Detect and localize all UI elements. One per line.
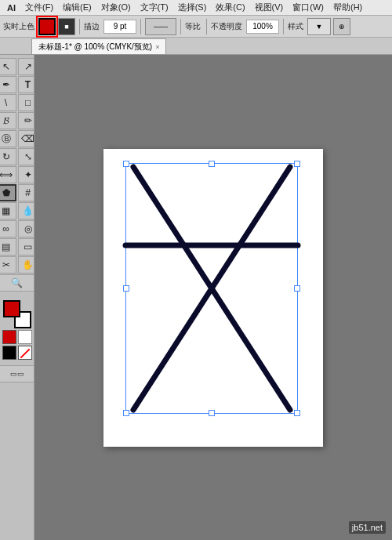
menu-type[interactable]: 文字(T) [136, 1, 172, 14]
tool-group-line: \ □ [0, 94, 34, 111]
hand-tool[interactable]: ✋ [18, 256, 35, 274]
tool-group-paint: 𝓑 ✏ [0, 112, 34, 129]
opacity-label: 不透明度 [211, 21, 242, 32]
tool-group-eraser: Ⓑ ⌫ [0, 130, 34, 147]
toolbar-sep4 [206, 19, 207, 34]
menu-window[interactable]: 窗口(W) [289, 1, 328, 14]
type-tool[interactable]: T [18, 76, 35, 93]
artboard-tool[interactable]: ▭ [18, 238, 35, 256]
gradient-tool[interactable]: ▦ [0, 202, 16, 219]
toolbar-sep3 [180, 19, 181, 34]
pen-tool[interactable]: ✒ [0, 76, 16, 93]
quick-color-row [2, 330, 32, 344]
puppet-warp-tool[interactable]: ✦ [18, 166, 35, 183]
menu-bar: AI 文件(F) 编辑(E) 对象(O) 文字(T) 选择(S) 效果(C) 视… [0, 0, 392, 16]
left-toolbar: ↖ ↗ ✒ T \ □ 𝓑 ✏ Ⓑ ⌫ ↻ ⤡ ⟺ ✦ ⬟ # [0, 55, 34, 540]
artboard [103, 149, 323, 447]
red-swatch[interactable] [2, 330, 16, 344]
menu-ai[interactable]: AI [3, 2, 20, 13]
live-paint-tool[interactable]: ⬟ [0, 184, 16, 201]
toolbar-stroke-box[interactable]: ■ [58, 18, 75, 35]
tool-group-blend: ∞ ◎ [0, 220, 34, 237]
active-tab[interactable]: 未标题-1* @ 100% (CMYK/预览) × [31, 38, 166, 54]
main-layout: ↖ ↗ ✒ T \ □ 𝓑 ✏ Ⓑ ⌫ ↻ ⤡ ⟺ ✦ ⬟ # [0, 55, 392, 540]
tool-group-live: ⬟ # [0, 184, 34, 201]
canvas-area[interactable]: jb51.net [34, 55, 392, 540]
menu-view[interactable]: 视图(V) [251, 1, 288, 14]
color-swatches [2, 297, 32, 360]
toolbar-dash-btn[interactable]: —— [145, 18, 176, 35]
width-tool[interactable]: ⟺ [0, 166, 16, 183]
line-tool[interactable]: \ [0, 94, 16, 111]
tab-close-btn[interactable]: × [155, 43, 159, 51]
blob-brush-tool[interactable]: Ⓑ [0, 130, 16, 147]
fill-screen-tool[interactable]: ▭▭ [0, 365, 34, 382]
black-swatch[interactable] [2, 346, 16, 360]
eyedropper-tool[interactable]: 💧 [18, 202, 35, 219]
toolbar-sep5 [283, 19, 284, 34]
none-swatch[interactable] [18, 346, 32, 360]
tool-group-gradient: ▦ 💧 [0, 202, 34, 219]
selection-tool[interactable]: ↖ [0, 58, 16, 75]
menu-object[interactable]: 对象(O) [97, 1, 135, 14]
menu-file[interactable]: 文件(F) [21, 1, 57, 14]
fill-color-swatch[interactable] [3, 300, 20, 317]
style-picker[interactable]: ▼ [307, 18, 331, 35]
tab-label: 未标题-1* @ 100% (CMYK/预览) [38, 42, 152, 53]
slice-tool[interactable]: ✂ [0, 256, 16, 274]
toolbar-color-fill[interactable] [38, 18, 56, 35]
opacity-input[interactable] [246, 20, 279, 34]
rotate-tool[interactable]: ↻ [0, 148, 16, 165]
shape-tool[interactable]: □ [18, 94, 35, 111]
menu-edit[interactable]: 编辑(E) [59, 1, 96, 14]
toolbar-extra1[interactable]: ⊕ [333, 18, 350, 35]
paintbrush-tool[interactable]: 𝓑 [0, 112, 16, 129]
blend-tool[interactable]: ∞ [0, 220, 16, 237]
tab-bar: 未标题-1* @ 100% (CMYK/预览) × [0, 38, 392, 55]
realtime-label: 实时上色 [3, 21, 34, 32]
menu-effect[interactable]: 效果(C) [212, 1, 249, 14]
menu-select[interactable]: 选择(S) [174, 1, 211, 14]
toolbar-sep2 [140, 19, 141, 34]
quick-color-row2 [2, 346, 32, 360]
scale-tool[interactable]: ⤡ [18, 148, 35, 165]
white-swatch[interactable] [18, 330, 32, 344]
tool-group-graph: ▤ ▭ [0, 238, 34, 256]
toolbar-sep1 [79, 19, 80, 34]
equal-label: 等比 [185, 21, 201, 32]
zoom-tool[interactable]: 🔍 [0, 274, 34, 292]
tool-group-transform: ↻ ⤡ [0, 148, 34, 165]
tool-group-pen: ✒ T [0, 76, 34, 93]
pencil-tool[interactable]: ✏ [18, 112, 35, 129]
watermark: jb51.net [349, 521, 386, 534]
drawing-svg [125, 163, 298, 414]
direct-selection-tool[interactable]: ↗ [18, 58, 35, 75]
tool-group-slice: ✂ ✋ [0, 256, 34, 274]
eraser-tool[interactable]: ⌫ [18, 130, 35, 147]
menu-help[interactable]: 帮助(H) [329, 1, 366, 14]
tool-group-select: ↖ ↗ [0, 58, 34, 75]
stroke-label: 描边 [84, 21, 100, 32]
mesh-tool[interactable]: # [18, 184, 35, 201]
stroke-size-input[interactable] [103, 20, 136, 34]
symbol-sprayer-tool[interactable]: ◎ [18, 220, 35, 237]
tool-group-warp: ⟺ ✦ [0, 166, 34, 183]
style-label: 样式 [288, 21, 303, 32]
toolbar: 实时上色 ■ 描边 —— 等比 不透明度 样式 ▼ ⊕ [0, 16, 392, 38]
column-graph-tool[interactable]: ▤ [0, 238, 16, 256]
